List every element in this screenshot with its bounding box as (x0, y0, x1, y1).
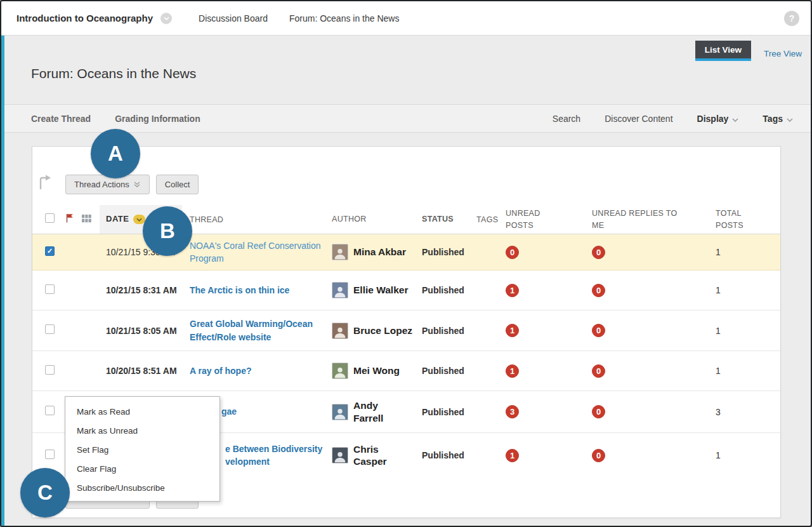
indent-arrow-icon (37, 174, 51, 190)
flag-icon (65, 213, 74, 223)
row-checkbox[interactable] (45, 450, 55, 459)
top-toolbar: Thread Actions Collect (32, 147, 780, 194)
chevron-down-icon (732, 114, 738, 124)
table-row: 10/21/15 8:05 AM Great Global Warming/Oc… (32, 310, 780, 351)
status-label: Published (418, 285, 474, 295)
author-name: Mei Wong (353, 364, 400, 377)
annotation-circle-a: A (91, 129, 140, 178)
thread-actions-context-menu: Mark as Read Mark as Unread Set Flag Cle… (65, 396, 220, 502)
thread-link[interactable]: Great Global Warming/Ocean Effect/Role w… (190, 317, 324, 344)
display-label: Display (697, 114, 729, 124)
annotation-circle-c: C (20, 468, 70, 517)
author-name: Andy Farrell (353, 399, 383, 424)
unread-replies-badge: 0 (592, 364, 605, 378)
total-posts-count: 1 (714, 326, 777, 336)
search-button[interactable]: Search (553, 114, 580, 124)
thread-actions-label: Thread Actions (74, 180, 129, 189)
page-title: Forum: Oceans in the News (31, 66, 811, 81)
column-header-thread: THREAD (190, 214, 223, 225)
column-header-tags: TAGS (476, 214, 498, 225)
total-posts-count: 1 (714, 247, 777, 257)
column-header-total-posts: TOTAL POSTS (716, 208, 751, 230)
unread-posts-badge: 1 (506, 284, 519, 297)
row-checkbox[interactable] (45, 365, 55, 375)
status-label: Published (418, 247, 474, 257)
unread-posts-badge: 3 (506, 405, 519, 418)
total-posts-count: 3 (714, 407, 777, 417)
annotation-circle-b: B (143, 206, 192, 256)
menu-item-clear-flag[interactable]: Clear Flag (65, 460, 219, 479)
collect-label: Collect (165, 180, 190, 189)
unread-replies-badge: 0 (592, 324, 605, 337)
tab-tree-view[interactable]: Tree View (764, 46, 802, 58)
tab-list-view[interactable]: List View (695, 41, 751, 61)
date-header-label: DATE (106, 213, 129, 225)
column-header-unread-replies: UNREAD REPLIES TO ME (592, 208, 687, 230)
tags-menu-button[interactable]: Tags (763, 114, 793, 124)
row-checkbox[interactable] (45, 246, 55, 256)
thread-date: 10/21/15 8:31 AM (100, 285, 182, 295)
column-header-status: STATUS (422, 213, 454, 225)
grid-columns-icon (82, 215, 91, 223)
unread-replies-badge: 0 (592, 284, 605, 297)
avatar (332, 404, 348, 420)
double-chevron-down-icon (134, 182, 141, 187)
avatar (332, 323, 348, 339)
status-label: Published (418, 450, 474, 460)
column-header-unread-posts: UNREAD POSTS (506, 208, 550, 230)
create-thread-button[interactable]: Create Thread (31, 114, 91, 124)
tags-label: Tags (763, 114, 783, 124)
thread-link[interactable]: The Arctic is on thin ice (190, 284, 289, 297)
view-tabs: List View Tree View (1, 36, 811, 63)
unread-replies-badge: 0 (592, 449, 605, 462)
row-checkbox[interactable] (45, 284, 55, 294)
collect-button[interactable]: Collect (156, 175, 199, 194)
chevron-down-icon (787, 114, 793, 124)
unread-posts-badge: 1 (506, 364, 519, 378)
discover-content-button[interactable]: Discover Content (605, 114, 672, 124)
unread-posts-badge: 1 (506, 449, 519, 462)
unread-posts-badge: 0 (506, 246, 519, 259)
course-menu-chevron-icon[interactable] (160, 13, 172, 24)
status-label: Published (418, 326, 474, 336)
menu-item-mark-as-read[interactable]: Mark as Read (65, 403, 219, 422)
top-navigation-bar: Introduction to Oceanography Discussion … (1, 1, 811, 36)
menu-item-subscribe-unsubscribe[interactable]: Subscribe/Unsubscribe (65, 479, 219, 498)
menu-item-mark-as-unread[interactable]: Mark as Unread (65, 422, 219, 441)
total-posts-count: 1 (714, 450, 777, 460)
author-name: Ellie Walker (353, 284, 408, 296)
author-name: Chris Casper (353, 443, 387, 468)
avatar (332, 363, 348, 379)
thread-link[interactable]: A ray of hope? (190, 364, 252, 377)
breadcrumb-discussion-board[interactable]: Discussion Board (199, 13, 268, 23)
select-all-checkbox[interactable] (45, 213, 55, 223)
thread-link[interactable]: NOAA's Coral Reef Conservation Program (190, 239, 324, 265)
avatar (332, 282, 348, 298)
row-checkbox[interactable] (45, 324, 55, 334)
avatar (332, 244, 348, 260)
status-label: Published (418, 366, 474, 376)
row-checkbox[interactable] (45, 406, 55, 415)
discussion-board-screen: Introduction to Oceanography Discussion … (0, 0, 812, 527)
action-bar: Create Thread Grading Information Search… (1, 104, 811, 133)
left-accent-stripe (1, 36, 4, 526)
unread-replies-badge: 0 (592, 246, 605, 259)
author-name: Mina Akbar (353, 246, 406, 258)
help-icon[interactable]: ? (784, 11, 799, 26)
menu-item-set-flag[interactable]: Set Flag (65, 441, 219, 460)
column-header-author: AUTHOR (332, 213, 367, 225)
thread-date: 10/20/15 8:51 AM (100, 366, 182, 376)
table-row: 10/21/15 8:31 AM The Arctic is on thin i… (32, 270, 780, 310)
course-title: Introduction to Oceanography (16, 13, 153, 23)
status-label: Published (418, 407, 474, 417)
total-posts-count: 1 (714, 366, 777, 376)
unread-replies-badge: 0 (592, 405, 605, 418)
grading-information-button[interactable]: Grading Information (115, 114, 200, 124)
avatar (332, 447, 348, 464)
author-name: Bruce Lopez (353, 324, 412, 337)
display-menu-button[interactable]: Display (697, 114, 739, 124)
table-row: 10/20/15 8:51 AM A ray of hope? Mei Wong… (32, 351, 780, 391)
breadcrumb-forum: Forum: Oceans in the News (289, 13, 400, 23)
unread-posts-badge: 1 (506, 324, 519, 337)
thread-date: 10/21/15 8:05 AM (100, 326, 182, 336)
